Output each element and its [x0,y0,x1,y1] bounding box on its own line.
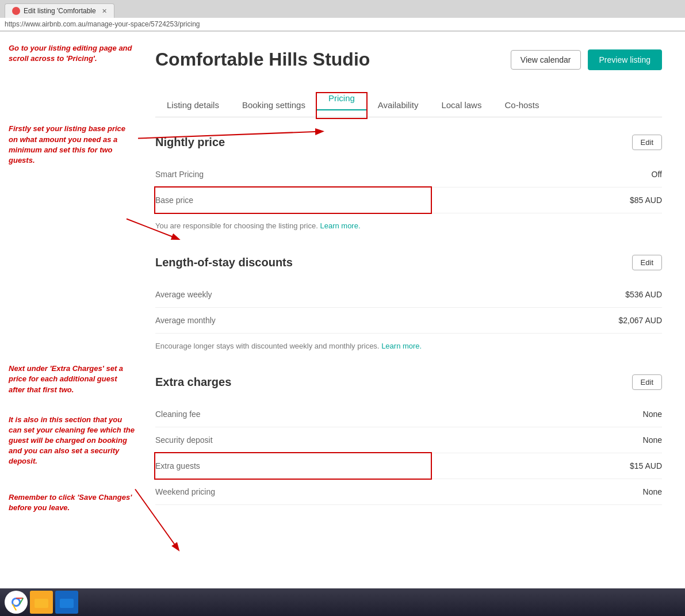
base-price-highlight-box [154,186,432,214]
extra-charges-section: Extra charges Edit Cleaning fee None Sec… [155,374,662,505]
extra-guests-value: $15 AUD [630,461,662,470]
page-container: Go to your listing editing page and scro… [0,32,685,613]
tab-listing-details[interactable]: Listing details [155,93,231,117]
view-calendar-button[interactable]: View calendar [511,50,581,70]
extra-charges-title: Extra charges [155,376,231,389]
tab-local-laws[interactable]: Local laws [430,93,493,117]
average-monthly-value: $2,067 AUD [619,316,663,325]
nightly-price-header: Nightly price Edit [155,135,662,150]
svg-rect-11 [60,599,74,608]
tab-co-hosts[interactable]: Co-hosts [493,93,550,117]
taskbar-chrome-icon[interactable] [5,591,28,613]
annotation-4: It is also in this section that you can … [9,415,135,467]
extra-guests-label: Extra guests [155,461,200,470]
favicon-icon [12,7,20,15]
tabs-navigation: Listing details Booking settings Pricing… [155,93,662,117]
nightly-learn-more-link[interactable]: Learn more. [320,221,360,230]
tab-pricing-wrapper: Pricing [317,93,366,117]
security-deposit-value: None [643,435,662,445]
annotation-2: Firstly set your listing base price on w… [9,124,135,166]
annotation-3: Next under 'Extra Charges' set a price f… [9,364,135,395]
smart-pricing-value: Off [652,170,662,179]
length-learn-more-link[interactable]: Learn more. [381,342,422,350]
extra-guests-row: Extra guests $15 AUD [155,453,662,479]
weekend-pricing-row: Weekend pricing None [155,479,662,505]
folder-blue-icon [59,594,75,610]
taskbar [0,588,685,613]
average-weekly-row: Average weekly $536 AUD [155,282,662,308]
close-tab-button[interactable]: ✕ [102,7,107,15]
security-deposit-label: Security deposit [155,435,213,445]
cleaning-fee-row: Cleaning fee None [155,401,662,427]
header-buttons: View calendar Preview listing [511,49,662,70]
chrome-icon [7,593,25,611]
length-of-stay-info: Encourage longer stays with discounted w… [155,340,662,352]
browser-chrome: Edit listing 'Comfortable ✕ https://www.… [0,0,685,32]
nightly-price-section: Nightly price Edit Smart Pricing Off Bas… [155,135,662,232]
cleaning-fee-value: None [643,410,662,419]
average-monthly-label: Average monthly [155,316,216,325]
taskbar-folder-yellow-icon[interactable] [30,591,53,613]
tab-title: Edit listing 'Comfortable [24,7,96,15]
smart-pricing-row: Smart Pricing Off [155,162,662,188]
tab-availability[interactable]: Availability [366,93,430,117]
length-of-stay-section: Length-of-stay discounts Edit Average we… [155,255,662,352]
url-text: https://www.airbnb.com.au/manage-your-sp… [5,20,200,28]
main-content: Comfortable Hills Studio View calendar P… [144,32,685,613]
annotations-sidebar: Go to your listing editing page and scro… [0,32,144,613]
length-of-stay-edit-button[interactable]: Edit [632,255,662,270]
folder-yellow-icon [33,594,49,610]
weekend-pricing-value: None [643,487,662,496]
nightly-price-edit-button[interactable]: Edit [632,135,662,150]
security-deposit-row: Security deposit None [155,427,662,453]
address-bar[interactable]: https://www.airbnb.com.au/manage-your-sp… [0,18,685,31]
length-of-stay-title: Length-of-stay discounts [155,256,293,269]
base-price-row: Base price $85 AUD [155,188,662,213]
cleaning-fee-label: Cleaning fee [155,410,201,419]
length-of-stay-header: Length-of-stay discounts Edit [155,255,662,270]
base-price-label: Base price [155,196,193,205]
nightly-price-title: Nightly price [155,136,225,149]
nightly-price-info: You are responsible for choosing the lis… [155,220,662,232]
tab-booking-settings[interactable]: Booking settings [231,93,317,117]
average-monthly-row: Average monthly $2,067 AUD [155,308,662,334]
tab-pricing[interactable]: Pricing [317,86,366,110]
page-header: Comfortable Hills Studio View calendar P… [155,49,662,70]
preview-listing-button[interactable]: Preview listing [588,49,662,70]
tab-bar: Edit listing 'Comfortable ✕ [0,0,685,18]
browser-tab[interactable]: Edit listing 'Comfortable ✕ [5,3,114,18]
annotation-1: Go to your listing editing page and scro… [9,43,135,64]
base-price-value: $85 AUD [630,196,662,205]
annotation-5: Remember to click 'Save Changes' before … [9,492,135,513]
listing-title: Comfortable Hills Studio [155,49,370,70]
smart-pricing-label: Smart Pricing [155,170,204,179]
svg-point-5 [13,599,19,605]
weekend-pricing-label: Weekend pricing [155,487,215,496]
extra-charges-edit-button[interactable]: Edit [632,374,662,390]
average-weekly-value: $536 AUD [625,290,662,299]
extra-charges-header: Extra charges Edit [155,374,662,390]
taskbar-folder-blue-icon[interactable] [55,591,78,613]
average-weekly-label: Average weekly [155,290,212,299]
svg-rect-8 [35,599,48,608]
